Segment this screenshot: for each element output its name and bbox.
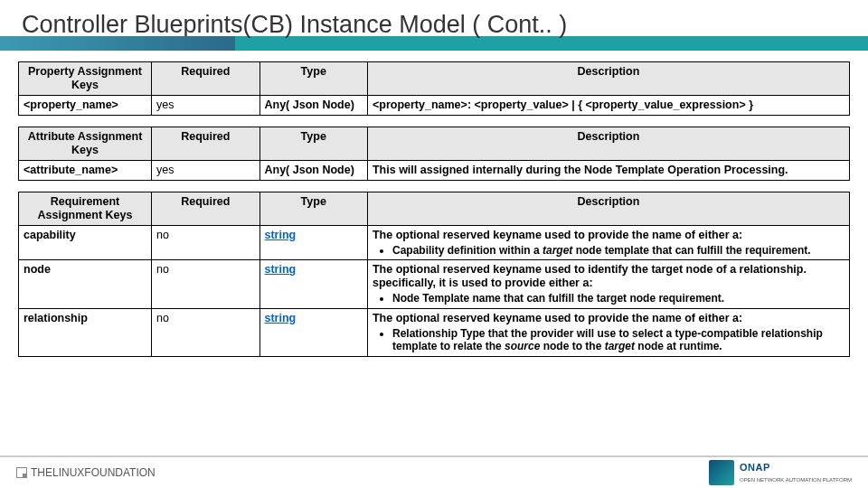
slide-content: Property Assignment Keys Required Type D… [0,51,868,455]
table-row: capability no string The optional reserv… [19,226,850,260]
cell-type: string [259,226,367,260]
col-required: Required [152,62,259,96]
col-type: Type [259,62,367,96]
col-type: Type [259,127,367,161]
cell-key: node [19,260,152,308]
onap-text: ONAP [740,462,770,473]
table-row: <property_name> yes Any( Json Node) <pro… [19,96,850,116]
desc-bullet: Relationship Type that the provider will… [392,327,844,353]
slide-title: Controller Blueprints(CB) Instance Model… [22,11,846,39]
cell-description: This will assigned internally during the… [367,161,849,181]
desc-bullet: Node Template name that can fulfill the … [392,292,844,305]
col-keys: Attribute Assignment Keys [19,127,152,161]
cell-description: The optional reserved keyname used to pr… [367,226,849,260]
footer: THELINUXFOUNDATION ONAP OPEN NETWORK AUT… [0,455,868,488]
cell-required: no [152,308,259,356]
table-row: node no string The optional reserved key… [19,260,850,308]
col-required: Required [152,192,259,226]
cell-type: Any( Json Node) [259,96,367,116]
type-link[interactable]: string [265,312,297,324]
property-assignment-table: Property Assignment Keys Required Type D… [18,61,850,116]
onap-icon [709,460,734,485]
cell-required: yes [152,161,259,181]
cell-required: no [152,226,259,260]
table-row: <attribute_name> yes Any( Json Node) Thi… [19,161,850,181]
onap-logo: ONAP OPEN NETWORK AUTOMATION PLATFORM [709,460,852,485]
type-link[interactable]: string [265,229,297,241]
cell-key: relationship [19,308,152,356]
cell-required: no [152,260,259,308]
cell-type: string [259,260,367,308]
col-keys: Property Assignment Keys [19,62,152,96]
cell-key: <property_name> [19,96,152,116]
lf-text: THELINUXFOUNDATION [31,466,156,479]
lf-icon [16,467,27,478]
cell-type: Any( Json Node) [259,161,367,181]
table-row: relationship no string The optional rese… [19,308,850,356]
cell-description: <property_name>: <property_value> | { <p… [367,96,849,116]
onap-subtext: OPEN NETWORK AUTOMATION PLATFORM [740,477,852,483]
col-keys: Requirement Assignment Keys [19,192,152,226]
col-description: Description [367,127,849,161]
col-type: Type [259,192,367,226]
col-required: Required [152,127,259,161]
cell-description: The optional reserved keyname used to id… [367,260,849,308]
slide: Controller Blueprints(CB) Instance Model… [0,0,868,488]
cell-type: string [259,308,367,356]
cell-description: The optional reserved keyname used to pr… [367,308,849,356]
linux-foundation-logo: THELINUXFOUNDATION [16,466,156,479]
col-description: Description [367,192,849,226]
requirement-assignment-table: Requirement Assignment Keys Required Typ… [18,192,850,357]
cell-key: capability [19,226,152,260]
desc-bullet: Capability definition within a target no… [392,244,844,257]
attribute-assignment-table: Attribute Assignment Keys Required Type … [18,127,850,181]
cell-required: yes [152,96,259,116]
col-description: Description [367,62,849,96]
cell-key: <attribute_name> [19,161,152,181]
type-link[interactable]: string [265,263,297,276]
title-bar: Controller Blueprints(CB) Instance Model… [0,0,868,51]
